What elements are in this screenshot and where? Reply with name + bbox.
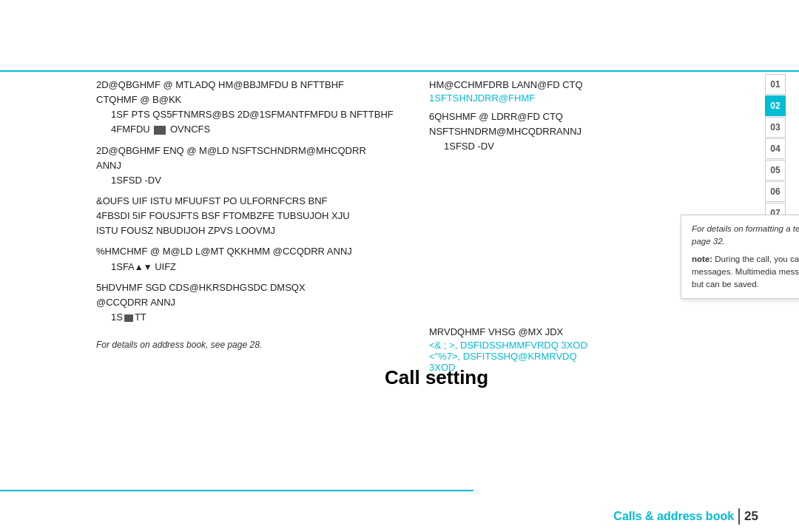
page-num-06[interactable]: 06: [765, 181, 786, 202]
block3-line3: ISTU FOUSZ NBUDIJOH ZPVS LOOVMJ: [96, 223, 414, 238]
left-column: 2D@QBGHMF @ MTLADQ HM@BBJMFDU B NFTTBHF …: [96, 78, 414, 356]
block2-indent1: 1SFSD -DV: [111, 173, 414, 188]
top-line: [0, 70, 799, 72]
right-block-1: HM@CCHMFDRB LANN@FD CTQ 1SFTSHNJDRR@FHMF: [429, 78, 758, 104]
note-label: note:: [692, 255, 712, 263]
block4-indent1: 1SFA▲▼ UIFZ: [111, 260, 414, 275]
footer-page-number: 25: [744, 509, 758, 524]
page-num-02[interactable]: 02: [765, 95, 786, 116]
right-line6: MRVDQHMF VHSG @MX JDX: [429, 325, 758, 340]
footer-bar: [738, 508, 740, 525]
call-setting-label: Call setting: [385, 366, 488, 389]
block5-line1: 5HDVHMF SGD CDS@HKRSDHGSDC DMSQX: [96, 280, 414, 295]
right-line2-cyan: 1SFTSHNJDRR@FHMF: [429, 92, 758, 104]
right-column: HM@CCHMFDRB LANN@FD CTQ 1SFTSHNJDRR@FHMF…: [429, 78, 758, 379]
right-line8-cyan: <"%7>, DSFITSSHQ@KRMRVDQ: [429, 351, 758, 362]
block5-indent1: 1STT: [111, 310, 414, 325]
content-area: 2D@QBGHMF @ MTLADQ HM@BBJMFDU B NFTTBHF …: [96, 78, 758, 488]
page-num-04[interactable]: 04: [765, 138, 786, 159]
note-text2: messages. Multimedia messages cannot be …: [692, 267, 799, 276]
right-line7-cyan: <& ; >, DSFIDSSHMMFVRDQ 3XOD: [429, 340, 758, 351]
icon-box-2: [124, 314, 133, 322]
page-num-05[interactable]: 05: [765, 160, 786, 181]
note-text: During the call, you can only send text: [715, 255, 799, 263]
block-2: 2D@QBGHMF ENQ @ M@LD NSFTSCHNDRM@MHCQDRR…: [96, 144, 414, 188]
footer-italic-note: For details on address book, see page 28…: [96, 340, 414, 350]
block3-line1: &OUFS UIF ISTU MFUUFST PO ULFORNFCRS BNF: [96, 194, 414, 209]
right-line5: 1SFSD -DV: [444, 139, 758, 154]
block-4: %HMCHMF @ M@LD L@MT QKKHMM @CCQDRR ANNJ …: [96, 244, 414, 274]
block-1: 2D@QBGHMF @ MTLADQ HM@BBJMFDU B NFTTBHF …: [96, 78, 414, 138]
block4-line1: %HMCHMF @ M@LD L@MT QKKHMM @CCQDRR ANNJ: [96, 244, 414, 259]
block1-line2: CTQHMF @ B@KK: [96, 92, 414, 107]
right-block-3: MRVDQHMF VHSG @MX JDX <& ; >, DSFIDSSHMM…: [429, 325, 758, 373]
footer-section-title: Calls & address book: [613, 510, 734, 523]
block-3: &OUFS UIF ISTU MFUUFST PO ULFORNFCRS BNF…: [96, 194, 414, 238]
page-container: 01 02 03 04 05 06 07 08 2D@QBGHMF @ MTLA…: [0, 0, 799, 532]
block-5: 5HDVHMF SGD CDS@HKRSDHGSDC DMSQX @CCQDRR…: [96, 280, 414, 325]
tooltip-line2: page 32.: [692, 235, 799, 248]
tooltip-line1: For details on formatting a text message…: [692, 223, 799, 235]
arrow-icon: ▲▼: [135, 260, 152, 275]
block1-indent2: 4FMFDU OVNCFS: [111, 122, 414, 137]
bottom-line: [0, 490, 473, 491]
block3-line2: 4FBSDI 5IF FOUSJFTS BSF FTOMBZFE TUBSUJO…: [96, 209, 414, 223]
page-num-03[interactable]: 03: [765, 117, 786, 138]
block5-line2: @CCQDRR ANNJ: [96, 295, 414, 310]
right-line4: NSFTSHNDRM@MHCQDRRANNJ: [429, 124, 758, 139]
tooltip-popup: For details on formatting a text message…: [681, 215, 799, 299]
block2-line1: 2D@QBGHMF ENQ @ M@LD NSFTSCHNDRM@MHCQDRR: [96, 144, 414, 158]
block1-indent1: 1SF PTS QS5FTNMRS@BS 2D@1SFMANTFMFDU B N…: [111, 107, 414, 122]
footer: Calls & address book 25: [613, 508, 758, 525]
tooltip-note: note: During the call, you can only send…: [692, 253, 799, 292]
right-line1: HM@CCHMFDRB LANN@FD CTQ: [429, 78, 758, 92]
right-block-2: 6QHSHMF @ LDRR@FD CTQ NSFTSHNDRM@MHCQDRR…: [429, 110, 758, 154]
note-text3: but can be saved.: [692, 280, 759, 289]
block1-line1: 2D@QBGHMF @ MTLADQ HM@BBJMFDU B NFTTBHF: [96, 78, 414, 92]
footer-note-block: For details on address book, see page 28…: [96, 340, 414, 350]
block2-line2: ANNJ: [96, 158, 414, 173]
right-line3: 6QHSHMF @ LDRR@FD CTQ: [429, 110, 758, 124]
icon-box-1: [154, 126, 166, 135]
page-num-01[interactable]: 01: [765, 74, 786, 95]
